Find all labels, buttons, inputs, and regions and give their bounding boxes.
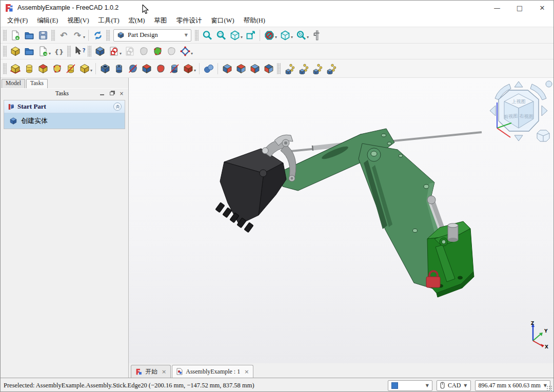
additive-pipe-icon[interactable] bbox=[50, 61, 64, 75]
additive-loft-icon[interactable] bbox=[36, 61, 50, 75]
menu-item-3[interactable]: 工具(T) bbox=[94, 15, 124, 26]
nav-up-arrow[interactable] bbox=[515, 81, 523, 87]
maximize-button[interactable]: □ bbox=[508, 1, 531, 15]
navcube-front-label[interactable]: 前视图 bbox=[504, 113, 518, 119]
undo-icon[interactable]: ↶ bbox=[56, 28, 70, 42]
validate-sketch-icon[interactable] bbox=[178, 45, 192, 58]
bucket[interactable] bbox=[215, 149, 286, 233]
refresh-icon[interactable] bbox=[91, 28, 105, 42]
toolbar-separator bbox=[95, 63, 96, 74]
nav-mini-cube[interactable] bbox=[537, 130, 549, 141]
hole-icon[interactable] bbox=[112, 61, 126, 75]
draft-icon[interactable] bbox=[248, 61, 262, 75]
menu-item-7[interactable]: 窗口(W) bbox=[207, 15, 239, 26]
mirrored-pattern-icon[interactable] bbox=[282, 61, 296, 75]
tab-tasks[interactable]: Tasks bbox=[26, 79, 48, 88]
menu-item-8[interactable]: 帮助(H) bbox=[239, 15, 270, 26]
menu-item-5[interactable]: 草图 bbox=[150, 15, 172, 26]
draw-style-dropdown[interactable]: ▼ bbox=[388, 380, 432, 391]
open-document-icon[interactable] bbox=[22, 28, 36, 42]
box-element-selection-icon[interactable] bbox=[278, 28, 292, 42]
structure-sketch-toolbar: →▾{}?▾▾ bbox=[1, 44, 553, 59]
tab-model[interactable]: Model bbox=[2, 79, 25, 88]
nav-down-arrow[interactable] bbox=[515, 135, 523, 141]
navcube-right-label[interactable]: 右视图 bbox=[519, 113, 533, 119]
menu-item-6[interactable]: 零件设计 bbox=[172, 15, 207, 26]
pad-icon[interactable] bbox=[8, 61, 22, 75]
panel-float-icon[interactable] bbox=[108, 90, 115, 96]
pocket-icon[interactable] bbox=[98, 61, 112, 75]
panel-minimize-icon[interactable] bbox=[98, 90, 106, 96]
additive-helix-icon[interactable] bbox=[64, 61, 77, 75]
new-document-icon[interactable]: + bbox=[8, 28, 22, 42]
whats-this-icon[interactable]: ? bbox=[72, 45, 86, 58]
close-tab-icon[interactable]: × bbox=[162, 368, 166, 375]
measure-icon[interactable] bbox=[310, 28, 324, 42]
axonometric-view-icon[interactable] bbox=[228, 28, 242, 42]
disable-touch-navigation-icon[interactable] bbox=[262, 28, 276, 42]
subtractive-loft-icon[interactable] bbox=[140, 61, 153, 75]
polar-pattern-icon[interactable] bbox=[310, 61, 324, 75]
menu-item-0[interactable]: 文件(F) bbox=[3, 15, 32, 26]
minimize-button[interactable]: — bbox=[486, 1, 508, 15]
expression-icon[interactable]: {} bbox=[52, 45, 66, 58]
tasks-panel-titlebar: Tasks × bbox=[1, 88, 128, 98]
axis-cross: Z Y X bbox=[522, 320, 548, 349]
revolution-icon[interactable] bbox=[22, 61, 36, 75]
viewport-dimensions-value: 896.47 mm x 600.63 mm bbox=[479, 382, 541, 389]
3d-viewport[interactable]: 上视图 前视图 右视图 bbox=[129, 78, 553, 363]
close-tab-icon[interactable]: × bbox=[244, 368, 249, 375]
make-link-icon[interactable]: → bbox=[36, 45, 50, 58]
redo-icon[interactable]: ↷ bbox=[70, 28, 84, 42]
navcube-top-label[interactable]: 上视图 bbox=[512, 99, 526, 104]
thickness-icon[interactable] bbox=[262, 61, 275, 75]
document-tab-0[interactable]: 开始× bbox=[131, 365, 171, 378]
svg-text:↷: ↷ bbox=[73, 30, 81, 40]
linear-pattern-icon[interactable] bbox=[296, 61, 310, 75]
navigation-style-dropdown[interactable]: CAD ▼ bbox=[437, 380, 471, 391]
document-icon bbox=[176, 368, 183, 375]
svg-text:+: + bbox=[15, 35, 18, 40]
create-body-icon[interactable] bbox=[93, 45, 107, 58]
create-solid-task-item[interactable]: 创建实体 bbox=[4, 113, 125, 129]
fillet-icon[interactable] bbox=[220, 61, 234, 75]
sync-view-icon[interactable] bbox=[244, 28, 258, 42]
subtractive-helix-icon[interactable] bbox=[167, 61, 181, 75]
collapse-section-icon[interactable] bbox=[113, 102, 122, 111]
fit-all-icon[interactable] bbox=[200, 28, 214, 42]
mouse-icon bbox=[440, 382, 445, 389]
map-sketch-to-face-icon[interactable] bbox=[150, 45, 164, 58]
nav-right-arrow[interactable] bbox=[542, 106, 547, 116]
menu-item-1[interactable]: 编辑(E) bbox=[32, 15, 63, 26]
nav-circle-button[interactable] bbox=[546, 81, 552, 87]
panel-close-icon[interactable]: × bbox=[118, 90, 125, 96]
resize-grip[interactable] bbox=[546, 385, 552, 391]
file-view-toolbar: +↶↷▾Part Design▼□▾▾▾↻▾ bbox=[1, 27, 553, 44]
document-tab-label: 开始 bbox=[145, 367, 157, 376]
menu-item-2[interactable]: 视图(V) bbox=[63, 15, 93, 26]
subtractive-pipe-icon[interactable] bbox=[153, 61, 167, 75]
menu-item-4[interactable]: 宏(M) bbox=[124, 15, 150, 26]
toolbar-handle bbox=[88, 46, 91, 57]
close-button[interactable]: ✕ bbox=[531, 1, 553, 15]
groove-icon[interactable] bbox=[126, 61, 140, 75]
document-tab-1[interactable]: AssemblyExample : 1× bbox=[172, 365, 253, 378]
dock-tab-row: Model Tasks bbox=[1, 78, 128, 88]
create-group-icon[interactable] bbox=[22, 45, 36, 58]
save-icon[interactable] bbox=[36, 28, 50, 42]
additive-primitive-icon[interactable] bbox=[77, 61, 91, 75]
boolean-operation-icon[interactable] bbox=[202, 61, 215, 75]
axis-z-label: Z bbox=[531, 321, 535, 326]
zoom-store-view-icon[interactable]: ↻ bbox=[294, 28, 308, 42]
viewport-dimensions-dropdown[interactable]: 896.47 mm x 600.63 mm ▼ bbox=[475, 380, 551, 391]
subtractive-box-icon[interactable] bbox=[181, 61, 195, 75]
create-part-icon[interactable] bbox=[8, 45, 22, 58]
start-part-section-header[interactable]: Start Part bbox=[4, 100, 125, 113]
create-sketch-icon[interactable] bbox=[107, 45, 121, 58]
multitransform-icon[interactable] bbox=[324, 61, 338, 75]
navigation-cube[interactable]: 上视图 前视图 右视图 bbox=[489, 80, 552, 147]
workbench-selector[interactable]: Part Design▼ bbox=[113, 29, 191, 42]
zoom-selection-icon[interactable]: □ bbox=[214, 28, 228, 42]
chamfer-icon[interactable] bbox=[234, 61, 248, 75]
nav-left-arrow[interactable] bbox=[490, 106, 496, 116]
